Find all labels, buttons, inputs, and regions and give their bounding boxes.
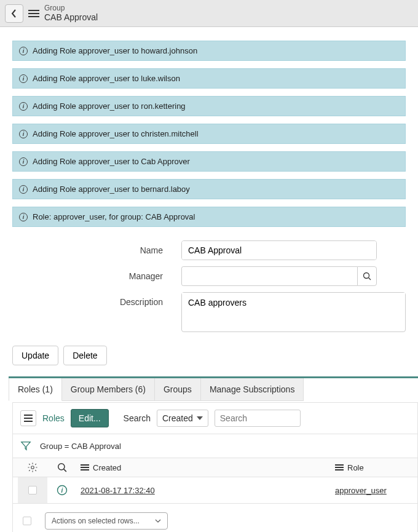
edit-button[interactable]: Edit... [71, 409, 109, 427]
list-menu-button[interactable] [20, 410, 36, 426]
search-input[interactable] [215, 410, 301, 427]
info-alert: iRole: approver_user, for group: CAB App… [12, 207, 406, 227]
column-header-row: Created Role [12, 458, 418, 477]
bulk-actions-placeholder: Actions on selected rows... [52, 517, 140, 525]
alert-text: Adding Role approver_user to ron.ketteri… [33, 101, 186, 111]
select-value: Created [162, 413, 193, 423]
header-type: Group [44, 4, 98, 12]
alert-text: Adding Role approver_user to luke.wilson [33, 74, 180, 83]
manager-lookup-button[interactable] [357, 266, 377, 286]
info-icon: i [19, 74, 28, 83]
delete-button[interactable]: Delete [63, 346, 106, 365]
info-alert: iAdding Role approver_user to luke.wilso… [12, 68, 406, 89]
info-alert: iAdding Role approver_user to bernard.la… [12, 179, 406, 199]
funnel-icon[interactable] [20, 440, 31, 451]
filter-text: Group = CAB Approval [40, 442, 121, 451]
info-alert: iAdding Role approver_user to Cab Approv… [12, 151, 406, 172]
info-icon: i [19, 213, 28, 221]
manager-input[interactable] [182, 267, 357, 285]
tab-group-members[interactable]: Group Members (6) [62, 378, 155, 401]
select-all-checkbox[interactable] [23, 517, 31, 525]
info-icon: i [19, 47, 28, 55]
header-titles: Group CAB Approval [44, 4, 98, 23]
gear-icon[interactable] [27, 462, 38, 473]
info-alert: iAdding Role approver_user to christen.m… [12, 124, 406, 144]
svg-line-1 [369, 278, 371, 280]
footer-row: Actions on selected rows... [12, 504, 418, 532]
info-icon: i [19, 185, 28, 194]
info-alert: iAdding Role approver_user to ron.ketter… [12, 96, 406, 116]
description-textarea[interactable] [182, 293, 405, 330]
tab-manage-subscriptions[interactable]: Manage Subscriptions [201, 378, 304, 401]
sort-icon[interactable] [81, 464, 89, 470]
row-checkbox[interactable] [28, 486, 37, 494]
hamburger-icon[interactable] [27, 7, 41, 20]
sort-icon[interactable] [335, 464, 344, 470]
info-icon: i [19, 102, 28, 111]
tab-groups[interactable]: Groups [155, 378, 201, 401]
info-icon: i [19, 157, 28, 166]
description-label: Description [12, 292, 181, 307]
list-toolbar: Roles Edit... Search Created [12, 402, 418, 434]
alert-text: Role: approver_user, for group: CAB Appr… [33, 212, 195, 221]
column-created-label[interactable]: Created [93, 463, 121, 472]
svg-text:i: i [61, 487, 63, 494]
search-label: Search [124, 413, 151, 423]
name-label: Name [12, 240, 181, 255]
svg-point-3 [58, 464, 65, 470]
svg-point-2 [31, 466, 34, 469]
name-input[interactable] [182, 241, 376, 260]
search-field-select[interactable]: Created [157, 410, 208, 427]
info-icon: i [19, 130, 28, 138]
alert-text: Adding Role approver_user to howard.john… [33, 46, 197, 55]
table-row: i 2021-08-17 17:32:40 approver_user [12, 477, 418, 504]
header-bar: Group CAB Approval [0, 0, 418, 27]
header-title: CAB Approval [44, 12, 98, 23]
chevron-down-icon [155, 518, 161, 524]
search-icon [363, 272, 371, 280]
chevron-left-icon [11, 9, 17, 18]
column-role-label[interactable]: Role [347, 463, 364, 472]
filter-breadcrumb: Group = CAB Approval [12, 434, 418, 458]
alert-text: Adding Role approver_user to christen.mi… [33, 129, 199, 138]
column-search-icon[interactable] [57, 463, 67, 472]
back-button[interactable] [5, 4, 23, 23]
info-alert: iAdding Role approver_user to howard.joh… [12, 41, 406, 61]
alert-text: Adding Role approver_user to bernard.lab… [33, 185, 190, 194]
role-link[interactable]: approver_user [335, 486, 387, 495]
bulk-actions-select[interactable]: Actions on selected rows... [45, 512, 168, 530]
alert-text: Adding Role approver_user to Cab Approve… [33, 157, 190, 166]
roles-link[interactable]: Roles [42, 413, 65, 423]
update-button[interactable]: Update [12, 346, 58, 365]
created-link[interactable]: 2021-08-17 17:32:40 [81, 486, 155, 495]
chevron-down-icon [197, 416, 203, 420]
tab-roles[interactable]: Roles (1) [9, 378, 62, 401]
manager-label: Manager [12, 266, 181, 281]
info-icon[interactable]: i [57, 485, 68, 496]
svg-point-0 [364, 273, 369, 279]
svg-line-4 [64, 469, 66, 472]
